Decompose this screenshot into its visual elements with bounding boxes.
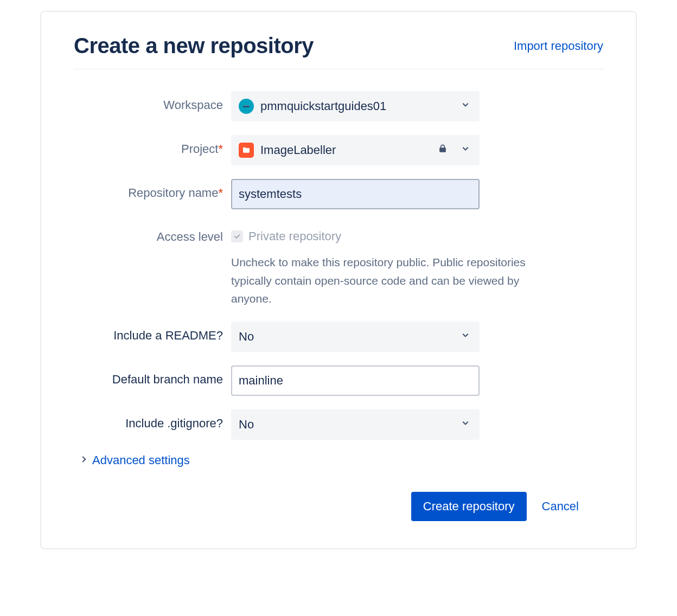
project-label: Project* — [74, 135, 231, 157]
readme-label: Include a README? — [74, 322, 231, 344]
lock-icon — [437, 143, 448, 157]
chevron-right-icon — [79, 453, 89, 467]
svg-rect-1 — [243, 106, 250, 107]
workspace-avatar-icon — [239, 99, 254, 114]
repo-name-row: Repository name* — [74, 179, 603, 209]
workspace-row: Workspace pmmquickstartguides01 — [74, 91, 603, 121]
create-repo-card: Create a new repository Import repositor… — [40, 11, 637, 549]
access-level-label: Access level — [74, 223, 231, 245]
gitignore-value: No — [239, 418, 254, 432]
create-repository-button[interactable]: Create repository — [411, 492, 527, 521]
private-checkbox[interactable] — [231, 230, 243, 242]
project-value: ImageLabeller — [260, 143, 336, 157]
access-level-row: Access level Private repository Uncheck … — [74, 223, 603, 308]
chevron-down-icon — [460, 418, 471, 432]
private-checkbox-label: Private repository — [248, 229, 341, 243]
branch-label: Default branch name — [74, 365, 231, 388]
advanced-settings-label: Advanced settings — [92, 453, 190, 467]
project-folder-icon — [239, 143, 254, 158]
project-row: Project* ImageLabeller — [74, 135, 603, 165]
form-actions: Create repository Cancel — [74, 492, 603, 521]
workspace-value: pmmquickstartguides01 — [260, 99, 386, 113]
workspace-select[interactable]: pmmquickstartguides01 — [231, 91, 480, 121]
chevron-down-icon — [460, 99, 471, 113]
advanced-settings-toggle[interactable]: Advanced settings — [79, 453, 603, 467]
readme-value: No — [239, 330, 254, 344]
cancel-button[interactable]: Cancel — [542, 499, 579, 514]
branch-row: Default branch name — [74, 365, 603, 396]
gitignore-select[interactable]: No — [231, 409, 480, 440]
gitignore-label: Include .gitignore? — [74, 409, 231, 432]
chevron-down-icon — [460, 143, 471, 157]
header: Create a new repository Import repositor… — [74, 34, 603, 69]
check-icon — [233, 233, 241, 240]
readme-row: Include a README? No — [74, 322, 603, 352]
import-repository-link[interactable]: Import repository — [514, 39, 603, 53]
readme-select[interactable]: No — [231, 322, 480, 352]
repo-name-label: Repository name* — [74, 179, 231, 201]
repo-name-input[interactable] — [231, 179, 480, 209]
workspace-label: Workspace — [74, 91, 231, 113]
page-title: Create a new repository — [74, 34, 314, 58]
gitignore-row: Include .gitignore? No — [74, 409, 603, 440]
chevron-down-icon — [460, 330, 471, 344]
project-select[interactable]: ImageLabeller — [231, 135, 480, 165]
branch-input[interactable] — [231, 365, 480, 396]
access-help-text: Uncheck to make this repository public. … — [231, 253, 557, 308]
